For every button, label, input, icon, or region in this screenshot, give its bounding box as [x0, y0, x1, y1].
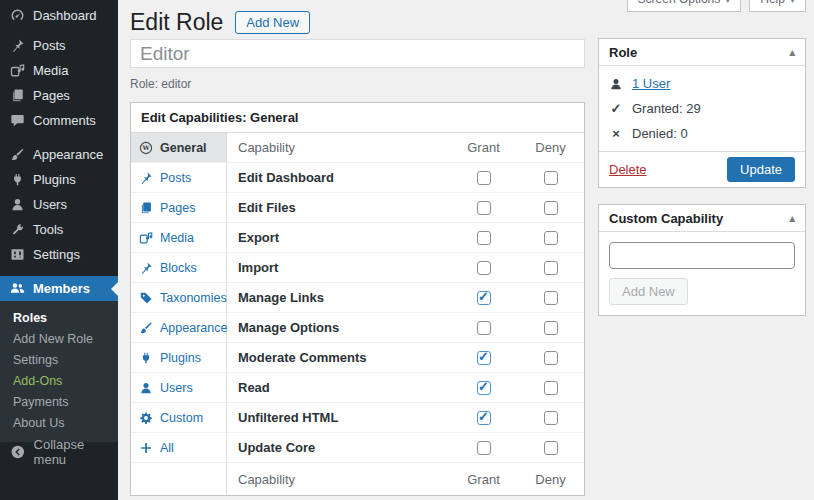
- sidebar-menu: DashboardPostsMediaPagesCommentsAppearan…: [0, 0, 118, 301]
- collapse-arrow-icon: [10, 444, 26, 460]
- panel-toggle-icon[interactable]: ▴: [789, 212, 795, 225]
- custom-capability-title: Custom Capability: [609, 211, 723, 226]
- deny-checkbox-unfiltered-html[interactable]: [544, 411, 558, 425]
- cross-icon: ×: [609, 126, 623, 141]
- submenu-item-add-ons[interactable]: Add-Ons: [0, 370, 118, 391]
- add-new-role-button[interactable]: Add New: [235, 11, 310, 34]
- grant-checkbox-edit-dashboard[interactable]: [477, 171, 491, 185]
- help-label: Help: [760, 0, 785, 6]
- grant-checkbox-unfiltered-html[interactable]: [477, 411, 491, 425]
- denied-count: Denied: 0: [632, 126, 688, 141]
- role-users-row: 1 User: [609, 71, 795, 96]
- update-button[interactable]: Update: [727, 157, 795, 182]
- submenu-item-roles[interactable]: Roles: [0, 307, 118, 328]
- deny-column-footer: Deny: [517, 472, 584, 487]
- sidebar-item-members[interactable]: Members: [0, 276, 118, 301]
- deny-checkbox-moderate-comments[interactable]: [544, 351, 558, 365]
- deny-checkbox-update-core[interactable]: [544, 441, 558, 455]
- grant-checkbox-moderate-comments[interactable]: [477, 351, 491, 365]
- role-slug-text: Role: editor: [130, 77, 585, 91]
- deny-checkbox-manage-links[interactable]: [544, 291, 558, 305]
- tab-label: Custom: [160, 411, 203, 425]
- screen-meta-links: Screen Options ▾ Help ▾: [627, 0, 806, 12]
- capability-row-moderate-comments: Moderate Comments: [227, 343, 584, 373]
- custom-capability-body: Add New: [599, 232, 805, 315]
- capability-tab-pages[interactable]: Pages: [131, 193, 226, 223]
- sidebar-item-media[interactable]: Media: [0, 58, 118, 83]
- grant-checkbox-export[interactable]: [477, 231, 491, 245]
- menu-separator: [0, 133, 118, 142]
- deny-checkbox-import[interactable]: [544, 261, 558, 275]
- capability-tab-media[interactable]: Media: [131, 223, 226, 253]
- custom-capability-header: Custom Capability ▴: [599, 205, 805, 232]
- delete-role-link[interactable]: Delete: [609, 162, 647, 177]
- capability-name: Moderate Comments: [227, 350, 450, 365]
- sidebar-item-label: Dashboard: [33, 8, 97, 23]
- capabilities-content: WGeneralPostsPagesMediaBlocksTaxonomiesA…: [131, 133, 584, 495]
- role-name-input[interactable]: [130, 39, 585, 68]
- capability-tab-all[interactable]: All: [131, 433, 226, 463]
- help-button[interactable]: Help ▾: [749, 0, 806, 12]
- deny-checkbox-edit-files[interactable]: [544, 201, 558, 215]
- sidebar-item-comments[interactable]: Comments: [0, 108, 118, 133]
- submenu-item-settings[interactable]: Settings: [0, 349, 118, 370]
- capability-tab-custom[interactable]: Custom: [131, 403, 226, 433]
- capability-tab-plugins[interactable]: Plugins: [131, 343, 226, 373]
- grant-checkbox-manage-options[interactable]: [477, 321, 491, 335]
- collapse-menu-button[interactable]: Collapse menu: [0, 437, 118, 467]
- sidebar-item-label: Tools: [33, 222, 63, 237]
- deny-checkbox-edit-dashboard[interactable]: [544, 171, 558, 185]
- submenu-item-about-us[interactable]: About Us: [0, 412, 118, 433]
- capability-tab-blocks[interactable]: Blocks: [131, 253, 226, 283]
- check-icon: ✓: [609, 101, 623, 116]
- screen-options-button[interactable]: Screen Options ▾: [627, 0, 742, 12]
- grant-column-header: Grant: [450, 140, 517, 155]
- deny-cell: [517, 231, 584, 245]
- grant-checkbox-import[interactable]: [477, 261, 491, 275]
- capability-name: Read: [227, 380, 450, 395]
- capability-row-edit-files: Edit Files: [227, 193, 584, 223]
- capability-row-update-core: Update Core: [227, 433, 584, 463]
- sidebar-submenu: RolesAdd New RoleSettingsAdd-OnsPayments…: [0, 301, 118, 442]
- role-panel: Role ▴ 1 User ✓ Granted: 29 × Denied: 0 …: [598, 38, 806, 188]
- sidebar-item-posts[interactable]: Posts: [0, 33, 118, 58]
- submenu-item-add-new-role[interactable]: Add New Role: [0, 328, 118, 349]
- capability-tab-posts[interactable]: Posts: [131, 163, 226, 193]
- sidebar-item-label: Settings: [33, 247, 80, 262]
- capability-row-import: Import: [227, 253, 584, 283]
- media-icon: [10, 63, 25, 78]
- sidebar-item-plugins[interactable]: Plugins: [0, 167, 118, 192]
- sidebar-item-tools[interactable]: Tools: [0, 217, 118, 242]
- sidebar-item-dashboard[interactable]: Dashboard: [0, 3, 118, 28]
- capability-tab-general[interactable]: WGeneral: [131, 133, 226, 163]
- settings-icon: [10, 247, 25, 262]
- add-new-capability-button[interactable]: Add New: [609, 278, 688, 305]
- deny-cell: [517, 171, 584, 185]
- sidebar-item-pages[interactable]: Pages: [0, 83, 118, 108]
- capability-column-footer: Capability: [227, 472, 450, 487]
- page-title: Edit Role: [130, 9, 223, 37]
- pages-icon: [10, 88, 25, 103]
- deny-checkbox-manage-options[interactable]: [544, 321, 558, 335]
- grant-checkbox-update-core[interactable]: [477, 441, 491, 455]
- capability-tab-users[interactable]: Users: [131, 373, 226, 403]
- deny-checkbox-read[interactable]: [544, 381, 558, 395]
- deny-checkbox-export[interactable]: [544, 231, 558, 245]
- custom-capability-input[interactable]: [609, 242, 795, 269]
- grant-checkbox-edit-files[interactable]: [477, 201, 491, 215]
- sidebar-item-appearance[interactable]: Appearance: [0, 142, 118, 167]
- deny-cell: [517, 201, 584, 215]
- sidebar-item-users[interactable]: Users: [0, 192, 118, 217]
- deny-column-header: Deny: [517, 140, 584, 155]
- user-count-link[interactable]: 1 User: [632, 76, 670, 91]
- page-title-row: Edit Role Add New: [130, 0, 585, 38]
- caret-down-icon: ▾: [725, 0, 730, 5]
- capability-tab-appearance[interactable]: Appearance: [131, 313, 226, 343]
- capability-tab-taxonomies[interactable]: Taxonomies: [131, 283, 226, 313]
- submenu-item-payments[interactable]: Payments: [0, 391, 118, 412]
- capability-column-header: Capability: [227, 140, 450, 155]
- grant-checkbox-read[interactable]: [477, 381, 491, 395]
- panel-toggle-icon[interactable]: ▴: [789, 46, 795, 59]
- grant-checkbox-manage-links[interactable]: [477, 291, 491, 305]
- sidebar-item-settings[interactable]: Settings: [0, 242, 118, 267]
